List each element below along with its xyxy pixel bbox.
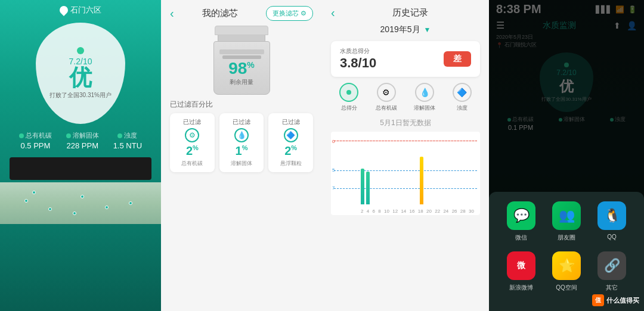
history-back-button[interactable]: ‹ bbox=[331, 6, 335, 20]
tds-label: 溶解固体 bbox=[73, 131, 99, 140]
filter-card-toc: 已过滤 ⚙ 2% 总有机碳 bbox=[170, 113, 215, 172]
stats-row: 总有机碳 0.5 PPM 溶解固体 228 PPM 浊度 1.5 NTU bbox=[0, 124, 161, 155]
filter-section-title: 已过滤百分比 bbox=[170, 99, 313, 110]
x-label: 2 bbox=[361, 209, 363, 214]
tab-toc-label: 总有机碳 bbox=[376, 104, 397, 112]
tab-total-score[interactable]: 总得分 bbox=[339, 83, 358, 112]
x-label: 4 bbox=[367, 209, 369, 214]
score-label: 水质总得分 bbox=[340, 47, 444, 55]
toc-label: 总有机碳 bbox=[26, 131, 52, 140]
card-title-3: 已过滤 bbox=[282, 118, 300, 126]
card-title-2: 已过滤 bbox=[233, 118, 250, 126]
history-title: 历史记录 bbox=[341, 7, 480, 18]
filter-stripe bbox=[219, 49, 264, 54]
replace-filter-button[interactable]: 更换滤芯 ⚙ bbox=[266, 6, 313, 21]
share-panel: 💬 微信 👥 朋友圈 🐧 QQ 微 新浪微博 ⭐ bbox=[489, 192, 644, 311]
bar-8 bbox=[398, 198, 402, 204]
ad-bar bbox=[10, 157, 151, 180]
score-badge: 差 bbox=[444, 51, 471, 67]
stat-item-toc: 总有机碳 0.5 PPM bbox=[19, 131, 52, 150]
month-dropdown-icon[interactable]: ▼ bbox=[424, 26, 431, 34]
total-score-icon bbox=[339, 83, 358, 102]
chart-area: 0 5 7 2 4 6 8 10 12 14 bbox=[331, 132, 480, 215]
replace-icon: ⚙ bbox=[301, 10, 306, 17]
tab-tds-label: 溶解固体 bbox=[414, 104, 435, 112]
share-weibo[interactable]: 微 新浪微博 bbox=[507, 251, 535, 292]
map-pin bbox=[32, 191, 36, 194]
back-button[interactable]: ‹ bbox=[170, 7, 174, 20]
share-qqzone[interactable]: ⭐ QQ空间 bbox=[552, 251, 581, 292]
bar-14 bbox=[431, 198, 434, 204]
filter-cap bbox=[215, 26, 268, 35]
filter-cards: 已过滤 ⚙ 2% 总有机碳 已过滤 💧 1% 溶解固体 已过滤 🔷 2% 悬浮颗… bbox=[170, 113, 313, 172]
filter-body: 98% 剩余用量 bbox=[213, 41, 270, 95]
watermark-text: 什么值得买 bbox=[606, 296, 639, 305]
tds-value: 228 PPM bbox=[67, 141, 98, 150]
x-label: 28 bbox=[460, 209, 466, 214]
toc-dot bbox=[19, 133, 24, 138]
share-other[interactable]: 🔗 其它 bbox=[597, 251, 626, 292]
qq-label: QQ bbox=[607, 234, 617, 240]
filter-title: 我的滤芯 bbox=[202, 8, 238, 19]
turbidity-value: 1.5 NTU bbox=[113, 141, 142, 150]
card-value-3: 2% bbox=[284, 144, 297, 158]
score-value: 3.8/10 bbox=[340, 55, 444, 71]
active-dot bbox=[346, 90, 351, 95]
bar-7 bbox=[393, 198, 397, 204]
turbidity-label: 浊度 bbox=[124, 131, 137, 140]
bar-10 bbox=[409, 198, 413, 204]
map-pin bbox=[129, 201, 132, 205]
map-pin bbox=[105, 206, 109, 209]
location-header: 石门六区 bbox=[0, 0, 161, 18]
filter-panel: ‹ 我的滤芯 更换滤芯 ⚙ 98% 剩余用量 已过滤百分比 已过滤 ⚙ bbox=[161, 0, 322, 311]
moments-label: 朋友圈 bbox=[558, 234, 575, 242]
card-icon-2: 💧 bbox=[234, 128, 249, 142]
filter-percent-value: 98% bbox=[228, 60, 255, 77]
tab-turbidity-label: 浊度 bbox=[457, 104, 467, 112]
tab-turbidity[interactable]: 🔷 浊度 bbox=[453, 83, 472, 112]
y-label-7: 7 bbox=[332, 185, 335, 191]
bar-4 bbox=[377, 198, 380, 204]
x-axis-labels: 2 4 6 8 10 12 14 16 18 20 22 24 26 28 30 bbox=[358, 207, 477, 214]
stat-item-tds: 溶解固体 228 PPM bbox=[66, 131, 99, 150]
bar-3 bbox=[371, 198, 375, 204]
other-icon: 🔗 bbox=[597, 251, 626, 280]
month-selector[interactable]: 2019年5月 ▼ bbox=[331, 24, 480, 35]
share-icons-row-2: 微 新浪微博 ⭐ QQ空间 🔗 其它 bbox=[499, 251, 634, 292]
toc-icon: ⚙ bbox=[377, 83, 396, 102]
bars-container bbox=[361, 151, 434, 204]
map-pin bbox=[80, 195, 84, 198]
quality-dot bbox=[77, 47, 84, 54]
watermark-icon: 值 bbox=[592, 294, 604, 306]
wechat-label: 微信 bbox=[515, 234, 527, 242]
bar-11 bbox=[414, 198, 418, 204]
bar-12 bbox=[420, 157, 423, 204]
turbidity-icon: 🔷 bbox=[453, 83, 472, 102]
x-label: 18 bbox=[418, 209, 423, 214]
share-overlay[interactable]: 💬 微信 👥 朋友圈 🐧 QQ 微 新浪微博 ⭐ bbox=[489, 0, 644, 311]
history-panel: ‹ 历史记录 2019年5月 ▼ 水质总得分 3.8/10 差 总得分 ⚙ 总有… bbox=[322, 0, 489, 311]
weibo-label: 新浪微博 bbox=[509, 284, 533, 292]
card-icon-1: ⚙ bbox=[185, 128, 199, 142]
card-value-1: 2% bbox=[186, 144, 199, 158]
y-label-0: 0 bbox=[332, 139, 335, 144]
other-label: 其它 bbox=[606, 284, 618, 292]
tds-icon: 💧 bbox=[415, 83, 434, 102]
map-area[interactable] bbox=[0, 182, 161, 224]
share-qq[interactable]: 🐧 QQ bbox=[597, 201, 626, 242]
qqzone-icon: ⭐ bbox=[552, 251, 581, 280]
tab-tds[interactable]: 💧 溶解固体 bbox=[414, 83, 435, 112]
score-card: 水质总得分 3.8/10 差 bbox=[331, 41, 480, 77]
quality-subtitle: 打败了全国30.31%用户 bbox=[49, 91, 112, 99]
card-name-1: 总有机碳 bbox=[181, 160, 203, 167]
card-name-2: 溶解固体 bbox=[231, 160, 252, 167]
score-left: 水质总得分 3.8/10 bbox=[340, 47, 444, 71]
share-moments[interactable]: 👥 朋友圈 bbox=[552, 201, 581, 242]
x-label: 10 bbox=[384, 209, 389, 214]
tab-toc[interactable]: ⚙ 总有机碳 bbox=[376, 83, 397, 112]
x-label: 12 bbox=[392, 209, 398, 214]
x-label: 30 bbox=[469, 209, 474, 214]
tds-dot bbox=[66, 133, 71, 138]
share-wechat[interactable]: 💬 微信 bbox=[507, 201, 535, 242]
card-value-2: 1% bbox=[236, 144, 248, 158]
